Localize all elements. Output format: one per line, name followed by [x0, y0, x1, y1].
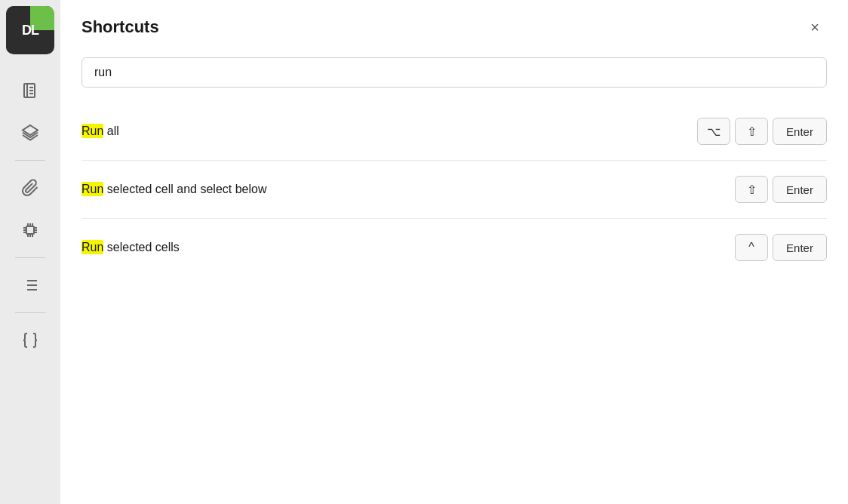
shortcuts-dialog: Shortcuts × Run all ⌥ ⇧ Enter	[60, 0, 848, 504]
shortcut-label-run-all: Run all	[81, 124, 119, 138]
key-shift-1: ⇧	[735, 118, 768, 145]
logo-text: DL	[22, 23, 38, 37]
shortcut-item-run-selected-below: Run selected cell and select below ⇧ Ent…	[81, 161, 827, 219]
notebook-icon[interactable]	[15, 75, 45, 106]
shortcut-keys-run-all: ⌥ ⇧ Enter	[697, 118, 827, 145]
key-enter-3: Enter	[773, 234, 827, 261]
layers-icon[interactable]	[15, 118, 45, 148]
highlight-run: Run	[81, 124, 103, 138]
dialog-header: Shortcuts ×	[60, 0, 848, 51]
chip-icon[interactable]	[15, 215, 45, 245]
list-icon[interactable]	[15, 270, 45, 300]
dialog-title: Shortcuts	[81, 17, 159, 37]
main-panel: Shortcuts × Run all ⌥ ⇧ Enter	[60, 0, 848, 504]
braces-icon[interactable]	[15, 325, 45, 355]
shortcut-label-run-selected-below: Run selected cell and select below	[81, 183, 266, 196]
sidebar-divider-1	[15, 160, 45, 161]
shortcut-label-run-selected: Run selected cells	[81, 241, 180, 254]
sidebar-divider-2	[15, 257, 45, 258]
app-logo: DL	[6, 6, 54, 54]
key-enter-2: Enter	[773, 176, 827, 203]
key-enter-1: Enter	[773, 118, 827, 145]
shortcut-item-run-all: Run all ⌥ ⇧ Enter	[81, 103, 827, 161]
key-ctrl: ^	[735, 234, 768, 261]
highlight-run-3: Run	[81, 240, 103, 254]
shortcut-keys-run-selected: ^ Enter	[735, 234, 827, 261]
search-input[interactable]	[81, 57, 827, 88]
shortcuts-list: Run all ⌥ ⇧ Enter Run selected cell and …	[60, 103, 848, 504]
paperclip-icon[interactable]	[15, 173, 45, 203]
sidebar-divider-3	[15, 312, 45, 313]
shortcut-item-run-selected: Run selected cells ^ Enter	[81, 219, 827, 276]
svg-rect-6	[26, 226, 34, 234]
close-button[interactable]: ×	[803, 15, 827, 39]
search-area	[60, 51, 848, 103]
sidebar: DL	[0, 0, 60, 504]
highlight-run-2: Run	[81, 182, 103, 196]
shortcut-keys-run-selected-below: ⇧ Enter	[735, 176, 827, 203]
key-option: ⌥	[697, 118, 730, 145]
key-shift-2: ⇧	[735, 176, 768, 203]
